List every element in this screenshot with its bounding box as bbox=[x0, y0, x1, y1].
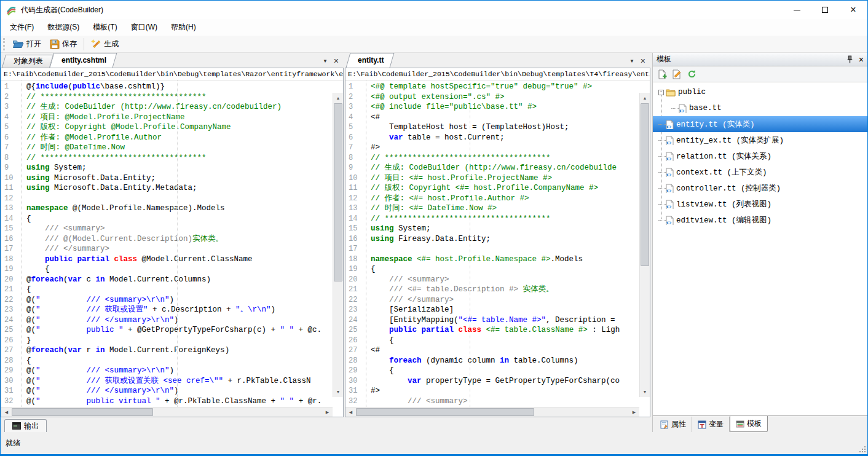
scroll-left-icon[interactable]: ◀ bbox=[1, 407, 12, 417]
doc-tab[interactable]: entity.tt bbox=[348, 53, 392, 68]
edit-template-button[interactable] bbox=[671, 69, 682, 80]
tree-stub bbox=[671, 108, 679, 109]
panel-tab-属性[interactable]: 属性 bbox=[655, 417, 692, 432]
tree-item-label: listview.tt (列表视图) bbox=[676, 199, 771, 210]
scrollbar-thumb[interactable] bbox=[356, 408, 534, 416]
output-tab[interactable]: 输出 bbox=[4, 419, 47, 432]
tree-item-label: entity_ex.tt (实体类扩展) bbox=[676, 135, 784, 146]
horizontal-scrollbar[interactable]: ◀ ▶ bbox=[345, 407, 639, 417]
resize-grip[interactable] bbox=[858, 445, 866, 452]
tree-item-public[interactable]: -public bbox=[653, 84, 867, 100]
scrollbar-thumb[interactable] bbox=[12, 408, 153, 416]
tree-item-listview.tt[interactable]: listview.tt (列表视图) bbox=[653, 196, 867, 212]
generate-label: 生成 bbox=[104, 39, 119, 49]
toolbar: 打开 保存 生成 bbox=[1, 36, 867, 53]
tab-close-icon[interactable]: × bbox=[641, 57, 645, 65]
tree-item-label: public bbox=[678, 88, 706, 96]
scroll-left-icon[interactable]: ◀ bbox=[345, 407, 356, 417]
panel-close-icon[interactable]: × bbox=[859, 55, 864, 64]
tree-item-relation.tt[interactable]: relation.tt (实体关系) bbox=[653, 148, 867, 164]
console-icon bbox=[12, 422, 21, 430]
panel-header: 模板 × bbox=[653, 53, 867, 66]
tree-item-label: editview.tt (编辑视图) bbox=[676, 215, 771, 226]
panel-tab-label: 模板 bbox=[747, 419, 762, 429]
tab-close-icon[interactable]: × bbox=[334, 57, 339, 65]
vertical-scrollbar[interactable]: ▲ ▼ bbox=[333, 93, 343, 397]
new-file-icon bbox=[657, 69, 667, 79]
tree-stub bbox=[658, 140, 666, 141]
menu-item-4[interactable]: 帮助(H) bbox=[164, 20, 203, 35]
vertical-scrollbar[interactable]: ▲ ▼ bbox=[639, 93, 650, 397]
panel-tabs: 属性变量模板 bbox=[653, 415, 867, 432]
doc-tabs: 对象列表entity.cshtml bbox=[4, 53, 115, 68]
menu-item-1[interactable]: 数据源(S) bbox=[41, 20, 86, 35]
tab-dropdown-icon[interactable]: ▼ bbox=[323, 58, 328, 64]
editor-pane-right: entity.tt ▼ × E:\Faib\CodeBuilder_2015\C… bbox=[345, 53, 650, 417]
save-floppy-icon bbox=[50, 39, 60, 49]
code-lines[interactable]: <#@ template hostSpecific="true" debug="… bbox=[366, 81, 650, 407]
pin-icon[interactable] bbox=[846, 55, 853, 63]
properties-icon bbox=[660, 420, 669, 429]
menu-item-3[interactable]: 窗口(W) bbox=[124, 20, 164, 35]
save-label: 保存 bbox=[62, 39, 77, 49]
menu-bar: 文件(F)数据源(S)模板(T)窗口(W)帮助(H) bbox=[1, 19, 867, 36]
panel-tab-变量[interactable]: 变量 bbox=[692, 417, 730, 432]
scroll-down-icon[interactable]: ▼ bbox=[333, 387, 343, 397]
code-lines[interactable]: @{include(public\base.cshtml)}// *******… bbox=[22, 81, 343, 407]
tree-stub bbox=[658, 172, 666, 173]
tree-item-base.tt[interactable]: base.tt bbox=[653, 100, 867, 116]
tt-file-icon bbox=[666, 184, 674, 193]
tree-item-label: entity.tt (实体类) bbox=[676, 119, 755, 130]
status-text: 就绪 bbox=[6, 438, 20, 449]
file-path: E:\Faib\CodeBuilder_2015\CodeBuilder\bin… bbox=[1, 68, 343, 81]
tree-item-label: controller.tt (控制器类) bbox=[676, 183, 781, 194]
generate-button[interactable]: 生成 bbox=[87, 37, 123, 50]
panel-tab-模板[interactable]: 模板 bbox=[730, 416, 768, 432]
save-button[interactable]: 保存 bbox=[45, 37, 81, 50]
horizontal-scrollbar[interactable]: ◀ ▶ bbox=[1, 407, 333, 417]
scrollbar-thumb[interactable] bbox=[334, 103, 342, 281]
scroll-right-icon[interactable]: ▶ bbox=[322, 407, 333, 417]
app-icon bbox=[6, 5, 17, 15]
doc-tab[interactable]: entity.cshtml bbox=[52, 53, 115, 68]
toolbar-grip[interactable] bbox=[3, 38, 5, 50]
maximize-button[interactable] bbox=[811, 1, 839, 19]
scroll-up-icon[interactable]: ▲ bbox=[640, 93, 650, 103]
output-tab-row: 输出 bbox=[1, 417, 651, 432]
collapse-icon[interactable]: - bbox=[658, 90, 664, 95]
open-button[interactable]: 打开 bbox=[8, 37, 45, 50]
scroll-down-icon[interactable]: ▼ bbox=[640, 387, 650, 397]
title-bar: 代码生成器(CodeBuilder) × bbox=[1, 1, 867, 19]
doc-tab[interactable]: 对象列表 bbox=[4, 55, 52, 68]
tree-item-controller.tt[interactable]: controller.tt (控制器类) bbox=[653, 180, 867, 196]
scrollbar-thumb[interactable] bbox=[641, 103, 649, 266]
tab-dropdown-icon[interactable]: ▼ bbox=[629, 58, 634, 64]
close-icon: × bbox=[850, 5, 856, 15]
tree-stub bbox=[658, 220, 666, 221]
template-panel: 模板 × bbox=[651, 53, 867, 432]
tt-file-icon bbox=[666, 120, 674, 129]
column-guide bbox=[470, 81, 470, 407]
panel-tab-label: 属性 bbox=[671, 419, 686, 430]
refresh-icon bbox=[687, 69, 696, 79]
new-template-button[interactable] bbox=[657, 69, 668, 80]
tt-file-icon bbox=[666, 136, 674, 145]
minimize-button[interactable] bbox=[783, 1, 811, 19]
tree-item-context.tt[interactable]: context.tt (上下文类) bbox=[653, 164, 867, 180]
close-button[interactable]: × bbox=[839, 1, 867, 19]
edit-pencil-icon bbox=[672, 69, 682, 79]
menu-item-2[interactable]: 模板(T) bbox=[86, 20, 124, 35]
scroll-up-icon[interactable]: ▲ bbox=[333, 93, 343, 103]
application-window: 代码生成器(CodeBuilder) × 文件(F)数据源(S)模板(T)窗口(… bbox=[0, 0, 868, 456]
tree-item-editview.tt[interactable]: editview.tt (编辑视图) bbox=[653, 212, 867, 228]
line-numbers: 1234567891011121314151617181920212223242… bbox=[345, 81, 366, 407]
tree-item-label: base.tt bbox=[689, 104, 722, 112]
tree-item-entity_ex.tt[interactable]: entity_ex.tt (实体类扩展) bbox=[653, 132, 867, 148]
tree-item-entity.tt[interactable]: entity.tt (实体类) bbox=[653, 116, 867, 132]
scroll-right-icon[interactable]: ▶ bbox=[629, 407, 639, 417]
refresh-button[interactable] bbox=[686, 69, 697, 80]
toolbar-separator bbox=[84, 38, 84, 50]
tree-stub bbox=[658, 156, 666, 157]
menu-item-0[interactable]: 文件(F) bbox=[3, 20, 41, 35]
document-tabstrip: 对象列表entity.cshtml ▼ × bbox=[1, 53, 344, 68]
